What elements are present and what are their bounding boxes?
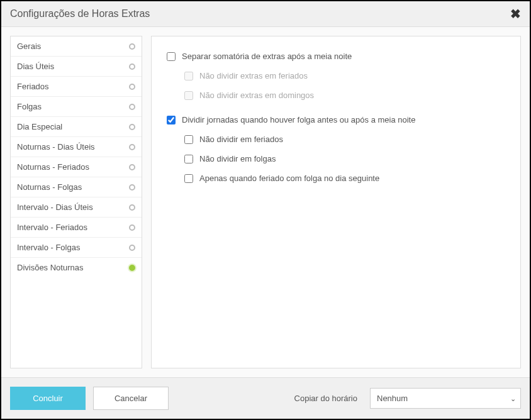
status-dot-icon [129, 124, 135, 130]
sidebar-item-label: Intervalo - Dias Úteis [17, 202, 93, 212]
status-dot-icon [129, 43, 135, 50]
sidebar-item-label: Feriados [17, 82, 49, 91]
checkbox-dividir-jornadas[interactable] [167, 116, 176, 124]
checkbox-nao-dividir-extras-domingos [184, 91, 193, 100]
status-dot-icon [129, 204, 135, 211]
checkbox-label: Não dividir extras em feriados [199, 71, 308, 80]
copy-schedule-select-wrap: Nenhum ⌄ [370, 388, 521, 409]
status-dot-icon [129, 84, 135, 90]
sidebar-item-label: Noturnas - Folgas [17, 182, 82, 192]
sidebar-item-label: Folgas [17, 102, 42, 111]
sidebar-item-dia-especial[interactable]: Dia Especial [11, 117, 142, 137]
row-nao-dividir-extras-domingos: Não dividir extras em domingos [184, 91, 505, 100]
sidebar-item-label: Gerais [17, 41, 41, 51]
row-nao-dividir-em-feriados: Não dividir em feriados [184, 135, 505, 144]
content-panel: Separar somatória de extras após a meia … [151, 36, 521, 368]
overtime-settings-modal: Configurações de Horas Extras ✖ Gerais D… [0, 0, 531, 420]
checkbox-separar-somatoria[interactable] [167, 52, 176, 61]
status-dot-icon [129, 64, 135, 70]
checkbox-label: Não dividir extras em domingos [199, 91, 314, 100]
sidebar-item-noturnas-dias-uteis[interactable]: Noturnas - Dias Úteis [11, 137, 142, 157]
status-dot-icon [129, 144, 135, 150]
row-nao-dividir-extras-feriados: Não dividir extras em feriados [184, 71, 505, 80]
status-dot-icon [129, 104, 135, 110]
cancelar-button[interactable]: Cancelar [93, 387, 169, 410]
checkbox-nao-dividir-extras-feriados [184, 72, 193, 80]
copy-schedule-label: Copiar do horário [294, 394, 357, 403]
checkbox-nao-dividir-em-folgas[interactable] [184, 155, 193, 163]
checkbox-label: Dividir jornadas quando houver folga ant… [182, 115, 415, 124]
sidebar-item-label: Noturnas - Dias Úteis [17, 142, 95, 152]
sidebar-item-intervalo-folgas[interactable]: Intervalo - Folgas [11, 238, 142, 258]
status-dot-icon [129, 265, 135, 271]
close-icon[interactable]: ✖ [510, 8, 521, 20]
sidebar-item-intervalo-dias-uteis[interactable]: Intervalo - Dias Úteis [11, 197, 142, 218]
modal-footer: Concluir Cancelar Copiar do horário Nenh… [1, 377, 530, 419]
sidebar-item-label: Divisões Noturnas [17, 263, 84, 272]
sidebar-item-feriados[interactable]: Feriados [11, 77, 142, 97]
row-apenas-feriado-folga: Apenas quando feriado com folga no dia s… [184, 174, 505, 183]
sidebar-item-intervalo-feriados[interactable]: Intervalo - Feriados [11, 218, 142, 238]
sidebar-item-dias-uteis[interactable]: Dias Úteis [11, 57, 142, 77]
checkbox-label: Não dividir em folgas [199, 154, 276, 163]
sidebar-item-gerais[interactable]: Gerais [11, 36, 142, 57]
row-dividir-jornadas: Dividir jornadas quando houver folga ant… [167, 115, 505, 124]
sidebar-item-label: Dia Especial [17, 122, 62, 131]
concluir-button[interactable]: Concluir [10, 387, 86, 410]
modal-header: Configurações de Horas Extras ✖ [1, 1, 530, 27]
checkbox-label: Não dividir em feriados [199, 135, 283, 144]
checkbox-apenas-feriado-folga[interactable] [184, 174, 193, 183]
checkbox-label: Separar somatória de extras após a meia … [182, 52, 352, 61]
sidebar-item-label: Dias Úteis [17, 62, 54, 71]
status-dot-icon [129, 224, 135, 231]
sidebar-item-label: Noturnas - Feriados [17, 162, 89, 172]
status-dot-icon [129, 164, 135, 170]
status-dot-icon [129, 184, 135, 191]
checkbox-label: Apenas quando feriado com folga no dia s… [199, 174, 379, 183]
sidebar-item-label: Intervalo - Feriados [17, 223, 87, 232]
status-dot-icon [129, 245, 135, 251]
modal-body: Gerais Dias Úteis Feriados Folgas Dia Es… [1, 27, 530, 377]
sidebar-item-noturnas-folgas[interactable]: Noturnas - Folgas [11, 177, 142, 197]
sidebar-item-noturnas-feriados[interactable]: Noturnas - Feriados [11, 157, 142, 177]
modal-title: Configurações de Horas Extras [10, 8, 150, 19]
checkbox-nao-dividir-em-feriados[interactable] [184, 135, 193, 144]
row-separar-somatoria: Separar somatória de extras após a meia … [167, 52, 505, 61]
sidebar-item-label: Intervalo - Folgas [17, 243, 80, 252]
row-nao-dividir-em-folgas: Não dividir em folgas [184, 154, 505, 163]
copy-schedule-select[interactable]: Nenhum [370, 388, 521, 409]
sidebar-item-divisoes-noturnas[interactable]: Divisões Noturnas [11, 258, 142, 277]
sidebar: Gerais Dias Úteis Feriados Folgas Dia Es… [10, 36, 142, 368]
sidebar-item-folgas[interactable]: Folgas [11, 97, 142, 117]
